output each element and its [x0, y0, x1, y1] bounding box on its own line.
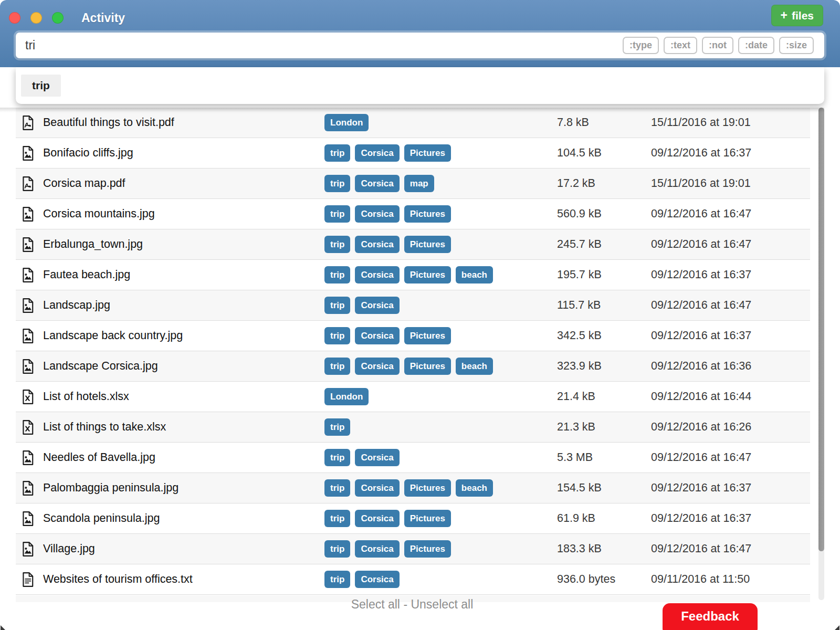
- file-tags: tripCorsicamap: [324, 175, 557, 192]
- filter-button-size[interactable]: :size: [779, 37, 814, 55]
- file-row[interactable]: Bonifacio cliffs.jpg tripCorsicaPictures…: [16, 138, 810, 169]
- tag-pictures[interactable]: Pictures: [404, 510, 451, 527]
- tag-corsica[interactable]: Corsica: [355, 479, 399, 497]
- tag-beach[interactable]: beach: [456, 479, 493, 497]
- file-date: 15/11/2016 at 19:01: [651, 177, 810, 190]
- tag-trip[interactable]: trip: [324, 540, 350, 558]
- tag-corsica[interactable]: Corsica: [355, 540, 399, 558]
- file-tags: tripCorsicaPicturesbeach: [324, 266, 557, 284]
- filter-button-date[interactable]: :date: [738, 37, 774, 55]
- file-row[interactable]: List of things to take.xlsx trip 21.3 kB…: [16, 412, 810, 443]
- file-row[interactable]: Websites of tourism offices.txt tripCors…: [16, 564, 810, 595]
- file-row[interactable]: Landscape back country.jpg tripCorsicaPi…: [16, 321, 810, 351]
- tag-london[interactable]: London: [324, 114, 369, 131]
- tag-trip[interactable]: trip: [324, 175, 350, 192]
- tag-corsica[interactable]: Corsica: [355, 510, 399, 527]
- tag-corsica[interactable]: Corsica: [355, 144, 399, 162]
- tag-trip[interactable]: trip: [324, 327, 350, 344]
- tag-pictures[interactable]: Pictures: [404, 236, 451, 253]
- file-size: 104.5 kB: [557, 146, 651, 160]
- tag-corsica[interactable]: Corsica: [355, 297, 399, 314]
- file-row[interactable]: Landscap.jpg tripCorsica 115.7 kB 09/12/…: [16, 290, 810, 321]
- tag-corsica[interactable]: Corsica: [355, 266, 399, 284]
- file-row[interactable]: Corsica map.pdf tripCorsicamap 17.2 kB 1…: [16, 169, 810, 199]
- file-row[interactable]: Needles of Bavella.jpg tripCorsica 5.3 M…: [16, 443, 810, 473]
- tag-beach[interactable]: beach: [456, 358, 493, 375]
- tag-map[interactable]: map: [404, 175, 434, 192]
- autocomplete-dropdown: trip: [16, 67, 824, 104]
- image-file-icon: [21, 298, 35, 313]
- tag-corsica[interactable]: Corsica: [355, 236, 399, 253]
- file-date: 15/11/2016 at 19:01: [651, 116, 810, 129]
- file-row[interactable]: Erbalunga_town.jpg tripCorsicaPictures 2…: [16, 229, 810, 260]
- file-name: Landscape Corsica.jpg: [43, 360, 324, 373]
- tag-corsica[interactable]: Corsica: [355, 449, 399, 466]
- select-all-link[interactable]: Select all: [351, 597, 400, 611]
- minimize-window-button[interactable]: [30, 12, 42, 24]
- zoom-window-button[interactable]: [52, 12, 64, 24]
- tag-pictures[interactable]: Pictures: [404, 479, 451, 497]
- resize-grip-left[interactable]: [1, 625, 5, 630]
- tag-corsica[interactable]: Corsica: [355, 571, 399, 588]
- tag-trip[interactable]: trip: [324, 418, 350, 436]
- tag-pictures[interactable]: Pictures: [404, 358, 451, 375]
- file-row[interactable]: Scandola peninsula.jpg tripCorsicaPictur…: [16, 503, 810, 534]
- file-name: List of hotels.xlsx: [43, 390, 324, 403]
- pdf-file-icon: [21, 115, 35, 131]
- tag-pictures[interactable]: Pictures: [404, 540, 451, 558]
- pdf-file-icon: [21, 176, 35, 192]
- tag-beach[interactable]: beach: [456, 266, 493, 284]
- tag-corsica[interactable]: Corsica: [355, 358, 399, 375]
- file-row[interactable]: List of hotels.xlsx London 21.4 kB 09/12…: [16, 382, 810, 412]
- tag-pictures[interactable]: Pictures: [404, 266, 451, 284]
- tag-pictures[interactable]: Pictures: [404, 205, 451, 223]
- file-tags: tripCorsicaPictures: [324, 510, 557, 527]
- filter-button-text[interactable]: :text: [664, 37, 697, 55]
- add-files-button[interactable]: + files: [771, 5, 823, 26]
- search-input[interactable]: [16, 33, 593, 58]
- app-title: Activity: [81, 11, 125, 25]
- tag-corsica[interactable]: Corsica: [355, 205, 399, 223]
- titlebar: Activity + files :type:text:not:date:siz…: [0, 0, 840, 67]
- file-date: 09/12/2016 at 16:37: [651, 512, 810, 525]
- tag-trip[interactable]: trip: [324, 449, 350, 466]
- tag-corsica[interactable]: Corsica: [355, 175, 399, 192]
- tag-pictures[interactable]: Pictures: [404, 144, 451, 162]
- scrollbar-thumb[interactable]: [818, 108, 824, 551]
- file-size: 7.8 kB: [557, 116, 651, 129]
- file-row[interactable]: Beautiful things to visit.pdf London 7.8…: [16, 108, 810, 138]
- resize-grip-right[interactable]: [835, 625, 839, 630]
- tag-london[interactable]: London: [324, 388, 369, 405]
- file-date: 09/12/2016 at 16:37: [651, 481, 810, 495]
- tag-trip[interactable]: trip: [324, 144, 350, 162]
- file-row[interactable]: Landscape Corsica.jpg tripCorsicaPicture…: [16, 351, 810, 382]
- close-window-button[interactable]: [9, 12, 20, 24]
- tag-trip[interactable]: trip: [324, 297, 350, 314]
- tag-trip[interactable]: trip: [324, 358, 350, 375]
- tag-trip[interactable]: trip: [324, 236, 350, 253]
- file-size: 61.9 kB: [557, 512, 651, 525]
- image-file-icon: [21, 206, 35, 222]
- search-bar: :type:text:not:date:size: [16, 33, 824, 58]
- file-tags: London: [324, 388, 557, 405]
- autocomplete-suggestion-trip[interactable]: trip: [21, 75, 61, 97]
- file-name: Fautea beach.jpg: [43, 268, 324, 281]
- file-row[interactable]: Fautea beach.jpg tripCorsicaPicturesbeac…: [16, 260, 810, 290]
- file-row[interactable]: Palombaggia peninsula.jpg tripCorsicaPic…: [16, 473, 810, 503]
- filter-button-type[interactable]: :type: [623, 37, 659, 55]
- tag-trip[interactable]: trip: [324, 571, 350, 588]
- unselect-all-link[interactable]: Unselect all: [411, 597, 473, 611]
- file-row[interactable]: Corsica mountains.jpg tripCorsicaPicture…: [16, 199, 810, 229]
- tag-trip[interactable]: trip: [324, 479, 350, 497]
- tag-trip[interactable]: trip: [324, 205, 350, 223]
- feedback-button[interactable]: Feedback: [663, 603, 758, 630]
- filter-button-not[interactable]: :not: [702, 37, 733, 55]
- file-size: 17.2 kB: [557, 177, 651, 190]
- tag-trip[interactable]: trip: [324, 266, 350, 284]
- tag-pictures[interactable]: Pictures: [404, 327, 451, 344]
- file-row[interactable]: Village.jpg tripCorsicaPictures 183.3 kB…: [16, 534, 810, 564]
- tag-corsica[interactable]: Corsica: [355, 327, 399, 344]
- tag-trip[interactable]: trip: [324, 510, 350, 527]
- file-date: 09/12/2016 at 16:47: [651, 451, 810, 464]
- file-tags: tripCorsica: [324, 297, 557, 314]
